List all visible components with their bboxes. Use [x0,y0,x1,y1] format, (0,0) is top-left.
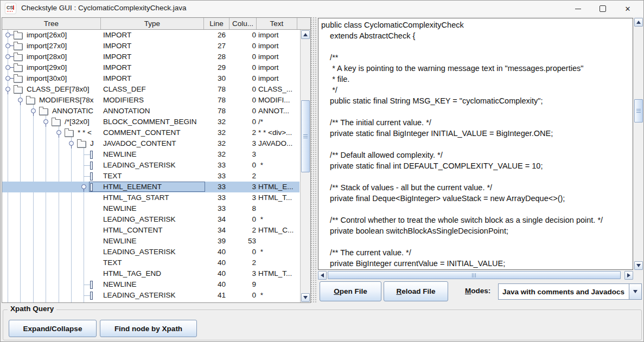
tree-row[interactable]: HTML_CONTENT342HTML_C... [2,225,299,236]
tree-vertical-scrollbar[interactable] [300,30,310,302]
code-line: /** The initial current value. */ [321,117,633,128]
type-cell: NEWLINE [101,149,205,160]
tree-cell: /*[32x0] [2,117,101,127]
tree-node-label: import[29x0] [27,62,67,73]
scroll-down-button[interactable] [634,261,643,270]
tree-row[interactable]: HTML_ELEMENT333HTML_E... [2,182,299,192]
type-cell: LEADING_ASTERISK [101,214,205,225]
tree-row[interactable]: LEADING_ASTERISK400 * [2,247,299,257]
code-vertical-scrollbar[interactable] [634,18,643,270]
tree-cell: MODIFIERS[78x [2,95,101,106]
line-cell: 30 [204,73,226,84]
text-cell: /* [257,117,298,127]
scrollbar-thumb[interactable] [328,271,621,279]
scroll-up-button[interactable] [301,30,310,39]
tree-row[interactable]: /*[32x0]BLOCK_COMMENT_BEGIN320/* [2,117,299,127]
tree-row[interactable]: import[30x0]IMPORT300import [2,73,299,84]
column-cell: 0 [229,117,256,127]
collapse-handle-icon[interactable] [81,184,86,189]
tree-row[interactable]: NEWLINE323 [2,149,299,160]
scroll-right-button[interactable] [624,271,633,280]
code-horizontal-scrollbar[interactable] [318,270,633,280]
find-node-by-xpath-button[interactable]: Find node by Xpath [100,320,197,337]
expand-handle-icon[interactable] [5,43,10,48]
close-button[interactable]: ✕ [615,1,640,17]
source-code-view[interactable]: public class CyclomaticComplexityCheck e… [318,18,633,270]
text-cell: import [257,62,298,73]
text-cell: * [257,247,298,257]
folder-icon [52,119,61,126]
line-cell: 39 [204,236,226,247]
tree-row[interactable]: NEWLINE409 [2,279,299,290]
tree-cell [2,149,101,160]
tree-row[interactable]: HTML_TAG_END403HTML_T... [2,268,299,279]
line-cell: 40 [204,279,226,290]
text-cell: MODIFI... [257,95,298,106]
code-line: public class CyclomaticComplexityCheck [321,20,633,30]
line-cell: 26 [204,30,226,41]
open-file-button[interactable]: Open File [320,281,381,301]
tree-node-label: import[27x0] [27,41,67,51]
scroll-left-button[interactable] [318,271,327,280]
type-cell: IMPORT [101,51,205,62]
collapse-handle-icon[interactable] [43,119,48,124]
tree-row[interactable]: NEWLINE338 [2,203,299,214]
arrow-left-icon [321,273,324,278]
column-header-tree[interactable]: Tree [2,18,101,29]
line-cell: 28 [204,51,226,62]
tree-row[interactable]: import[28x0]IMPORT280import [2,51,299,62]
folder-icon [14,65,23,72]
column-header-type[interactable]: Type [101,18,204,29]
column-header-text[interactable]: Text [257,18,297,29]
scrollbar-thumb[interactable] [634,99,643,122]
type-cell: IMPORT [101,62,205,73]
tree-row[interactable]: NEWLINE3953 [2,236,299,247]
minimize-icon [575,9,581,9]
expand-handle-icon[interactable] [5,33,10,37]
code-line: * file. [321,74,633,85]
expand-handle-icon[interactable] [5,65,10,70]
code-line: extends AbstractCheck { [321,30,633,41]
tree-row[interactable]: CLASS_DEF[78x0]CLASS_DEF780CLASS_... [2,84,299,95]
tree-cell [2,290,101,301]
split-divider[interactable] [311,17,317,303]
collapse-handle-icon[interactable] [5,87,10,92]
folder-icon [26,98,35,105]
expand-handle-icon[interactable] [5,54,10,59]
folder-icon [65,130,74,137]
tree-row[interactable]: LEADING_ASTERISK410 * [2,290,299,301]
combobox-dropdown-button[interactable] [629,284,641,299]
collapse-handle-icon[interactable] [56,130,61,135]
tree-row[interactable]: MODIFIERS[78xMODIFIERS780MODIFI... [2,95,299,106]
minimize-button[interactable] [565,1,590,17]
expand-handle-icon[interactable] [5,76,10,81]
scroll-up-button[interactable] [634,18,643,27]
scroll-down-button[interactable] [301,293,310,302]
column-header-colu[interactable]: Colu... [229,18,257,29]
tree-row[interactable]: JJAVADOC_CONTENT323JAVADO... [2,138,299,149]
column-header-line[interactable]: Line [204,18,229,29]
tree-row[interactable]: LEADING_ASTERISK340 * [2,214,299,225]
code-line: /** Control whether to treat the whole s… [321,215,633,225]
folder-icon [14,76,23,83]
modes-combobox[interactable]: Java with comments and Javadocs [498,283,642,300]
tree-row[interactable]: import[26x0]IMPORT260import [2,30,299,41]
maximize-button[interactable] [590,1,615,17]
collapse-handle-icon[interactable] [18,98,23,102]
tree-row[interactable]: LEADING_ASTERISK330 * [2,160,299,171]
tree-row[interactable]: HTML_TAG_START333HTML_T... [2,192,299,203]
collapse-handle-icon[interactable] [31,108,36,113]
scrollbar-thumb[interactable] [301,100,310,172]
tree-row[interactable]: * * <COMMENT_CONTENT322* * <div>... [2,127,299,138]
tree-row[interactable]: ANNOTATICANNOTATION780ANNOT... [2,106,299,117]
expand-collapse-button[interactable]: Expand/Collapse [9,320,97,337]
tree-cell [2,214,101,225]
collapse-handle-icon[interactable] [69,141,74,146]
tree-row[interactable]: import[29x0]IMPORT290import [2,62,299,73]
tree-row[interactable]: TEXT332 [2,171,299,182]
tree-row[interactable]: import[27x0]IMPORT270import [2,41,299,51]
tree-row[interactable]: TEXT402 [2,257,299,268]
checkstyle-logo-icon: CS [5,3,16,14]
reload-file-button[interactable]: Reload File [384,281,448,301]
ast-tree-table: TreeTypeLineColu...Text import[26x0]IMPO… [2,17,311,303]
